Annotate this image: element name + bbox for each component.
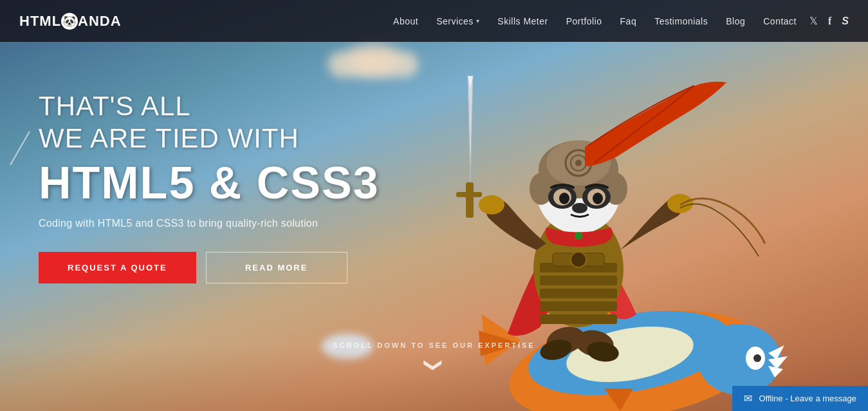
nav-item-faq[interactable]: Faq xyxy=(620,15,637,27)
nav-link-faq[interactable]: Faq xyxy=(620,16,637,26)
svg-rect-16 xyxy=(540,289,617,298)
nav-link-contact[interactable]: Contact xyxy=(763,16,797,26)
chevron-down-icon: ▾ xyxy=(476,17,480,24)
svg-rect-23 xyxy=(456,192,482,197)
hero-tagline-line1: THAT'S ALL xyxy=(39,90,380,122)
nav-link-blog[interactable]: Blog xyxy=(726,16,745,26)
scroll-down-arrow: ❯ xyxy=(423,358,445,372)
twitter-icon[interactable]: 𝕏 xyxy=(809,15,818,27)
nav-links: About Services ▾ Skills Meter Portfolio … xyxy=(393,15,797,27)
nav-item-testimonials[interactable]: Testimonials xyxy=(654,15,708,27)
svg-point-41 xyxy=(572,203,587,213)
svg-point-39 xyxy=(559,193,569,204)
social-links: 𝕏 f S xyxy=(809,15,849,27)
nav-link-skills[interactable]: Skills Meter xyxy=(497,16,548,26)
scroll-down-section[interactable]: SCROLL DOWN TO SEE OUR EXPERTISE ❯ xyxy=(333,341,535,376)
nav-item-skills[interactable]: Skills Meter xyxy=(497,15,548,27)
svg-point-26 xyxy=(667,194,693,213)
svg-point-20 xyxy=(571,252,586,267)
svg-rect-17 xyxy=(540,301,617,311)
facebook-icon[interactable]: f xyxy=(828,15,831,27)
nav-link-portfolio[interactable]: Portfolio xyxy=(566,16,602,26)
svg-rect-22 xyxy=(466,182,474,218)
navbar: HTML 🐼 anda About Services ▾ Skills Mete… xyxy=(0,0,868,42)
logo[interactable]: HTML 🐼 anda xyxy=(19,13,122,30)
svg-point-40 xyxy=(593,193,603,204)
hero-content: THAT'S ALL WE ARE TIED WITH HTML5 & CSS3… xyxy=(39,90,380,283)
logo-text-after: anda xyxy=(78,13,122,30)
skype-icon[interactable]: S xyxy=(842,15,849,27)
svg-point-32 xyxy=(575,160,582,166)
logo-panda-icon: 🐼 xyxy=(61,13,78,30)
hero-buttons: REQUEST A QUOTE READ MORE xyxy=(39,252,380,283)
nav-services-label: Services xyxy=(436,16,474,26)
nav-link-services[interactable]: Services ▾ xyxy=(436,16,479,26)
logo-text-before: HTML xyxy=(19,13,61,30)
scroll-down-text: SCROLL DOWN TO SEE OUR EXPERTISE xyxy=(333,341,535,349)
offline-chat-widget[interactable]: ✉ Offline - Leave a message xyxy=(732,386,868,411)
hero-title: HTML5 & CSS3 xyxy=(39,158,380,208)
nav-item-blog[interactable]: Blog xyxy=(726,15,745,27)
nav-item-about[interactable]: About xyxy=(393,15,418,27)
read-more-button[interactable]: READ MORE xyxy=(206,252,347,283)
svg-marker-24 xyxy=(468,76,473,182)
nav-item-portfolio[interactable]: Portfolio xyxy=(566,15,602,27)
svg-rect-15 xyxy=(540,276,617,285)
svg-rect-18 xyxy=(540,314,617,324)
hero-subtitle: Coding with HTML5 and CSS3 to bring qual… xyxy=(39,218,380,229)
nav-link-about[interactable]: About xyxy=(393,16,418,26)
decorative-line xyxy=(10,131,30,166)
hero-tagline: THAT'S ALL WE ARE TIED WITH xyxy=(39,90,380,155)
svg-point-42 xyxy=(575,232,582,240)
nav-item-contact[interactable]: Contact xyxy=(763,15,797,27)
svg-point-21 xyxy=(479,195,504,215)
envelope-icon: ✉ xyxy=(744,392,752,405)
chat-status-text: Offline - Leave a message xyxy=(759,394,856,403)
svg-point-4 xyxy=(753,354,761,362)
request-quote-button[interactable]: REQUEST A QUOTE xyxy=(39,252,196,283)
nav-item-services[interactable]: Services ▾ xyxy=(436,16,479,26)
nav-link-testimonials[interactable]: Testimonials xyxy=(654,16,708,26)
hero-section: HTML 🐼 anda About Services ▾ Skills Mete… xyxy=(0,0,868,411)
hero-tagline-line2: WE ARE TIED WITH xyxy=(39,122,380,155)
